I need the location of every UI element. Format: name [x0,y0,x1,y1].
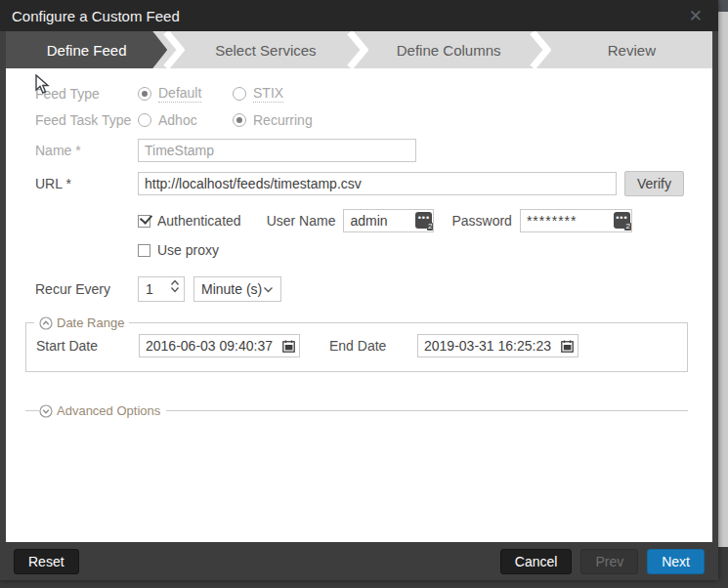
configure-custom-feed-dialog: Configure a Custom Feed ✕ Define Feed Se… [0,0,718,580]
wizard-step-label: Select Services [215,42,316,59]
radio-selected-icon[interactable] [138,87,151,101]
url-label: URL * [35,176,138,191]
use-proxy-row: Use proxy [6,241,712,259]
date-range-title: Date Range [57,315,124,330]
feed-task-type-label: Feed Task Type [35,112,138,128]
start-date-label: Start Date [36,338,139,354]
authenticated-checkbox[interactable] [138,215,150,228]
start-date-input[interactable] [139,334,300,357]
radio-stix[interactable]: STIX [233,85,327,103]
collapse-section-icon[interactable] [39,316,53,330]
radio-unselected-icon[interactable] [138,113,151,127]
end-date-label: End Date [329,338,417,354]
authentication-row: Authenticated User Name ••• 2 Password •… [6,209,712,232]
cancel-button[interactable]: Cancel [500,549,573,574]
advanced-options-title: Advanced Options [53,403,166,418]
chevron-right-icon [530,31,551,68]
recur-unit-value: Minute (s) [201,281,263,297]
reset-button[interactable]: Reset [14,549,79,574]
dialog-footer: Reset Cancel Prev Next [0,542,718,580]
chevron-down-icon [263,286,274,293]
wizard-step-review[interactable]: Review [551,31,712,68]
recur-unit-select[interactable]: Minute (s) [193,276,281,302]
radio-adhoc[interactable]: Adhoc [138,112,233,128]
feed-type-row: Feed Type Default STIX [6,84,712,104]
radio-unselected-icon[interactable] [233,87,246,101]
stepper-arrows-icon[interactable] [170,279,180,293]
verify-button[interactable]: Verify [624,171,684,196]
feed-task-type-row: Feed Task Type Adhoc Recurring [6,110,712,130]
advanced-options-header[interactable]: Advanced Options [25,403,688,418]
divider [25,410,39,411]
wizard-step-label: Define Feed [47,42,127,59]
radio-adhoc-label: Adhoc [158,112,197,128]
date-range-body: Start Date End Date [26,334,687,357]
url-row: URL * Verify [6,171,712,196]
url-input[interactable] [138,172,617,195]
radio-recurring[interactable]: Recurring [233,112,327,128]
radio-recurring-label: Recurring [253,112,313,128]
date-range-header[interactable]: Date Range [34,315,129,330]
radio-default[interactable]: Default [138,85,233,103]
recur-interval-input[interactable] [139,281,166,297]
radio-default-label: Default [158,85,201,103]
name-label: Name * [35,143,138,158]
prev-button[interactable]: Prev [580,549,638,574]
password-manager-icon[interactable]: ••• 2 [614,212,630,229]
date-range-section: Date Range Start Date End Date [25,315,688,372]
dialog-title: Configure a Custom Feed [12,8,685,24]
feed-type-label: Feed Type [35,86,138,102]
expand-section-icon[interactable] [39,404,53,418]
form-body: Feed Type Default STIX Feed Task Type Ad… [6,68,712,542]
divider [166,410,688,411]
wizard-step-define-feed[interactable]: Define Feed [6,31,167,68]
password-label: Password [451,213,511,229]
calendar-icon[interactable] [282,340,295,353]
recur-every-row: Recur Every Minute (s) [6,276,712,302]
wizard-step-label: Review [608,42,656,59]
recur-interval-stepper[interactable] [138,276,185,302]
use-proxy-label: Use proxy [157,242,219,258]
password-manager-dots: ••• [614,214,630,222]
wizard-breadcrumb: Define Feed Select Services Define Colum… [6,31,712,68]
chevron-right-icon [347,31,368,68]
authenticated-label: Authenticated [157,213,241,229]
wizard-step-select-services[interactable]: Select Services [185,31,346,68]
name-row: Name * [6,138,712,163]
name-input[interactable] [138,139,416,162]
close-icon[interactable]: ✕ [685,6,707,26]
radio-stix-label: STIX [253,85,283,103]
password-manager-badge: 2 [624,223,630,231]
use-proxy-checkbox[interactable] [138,244,150,257]
password-manager-badge: 2 [427,223,433,231]
user-name-label: User Name [267,213,336,229]
wizard-step-define-columns[interactable]: Define Columns [368,31,530,68]
password-manager-dots: ••• [415,214,432,222]
radio-selected-icon[interactable] [233,113,246,127]
password-manager-icon[interactable]: ••• 2 [415,212,432,229]
recur-every-label: Recur Every [35,281,138,297]
next-button[interactable]: Next [647,549,705,574]
end-date-input[interactable] [417,334,578,357]
calendar-icon[interactable] [561,340,574,353]
dialog-titlebar: Configure a Custom Feed ✕ [0,0,718,31]
wizard-step-label: Define Columns [397,42,501,59]
